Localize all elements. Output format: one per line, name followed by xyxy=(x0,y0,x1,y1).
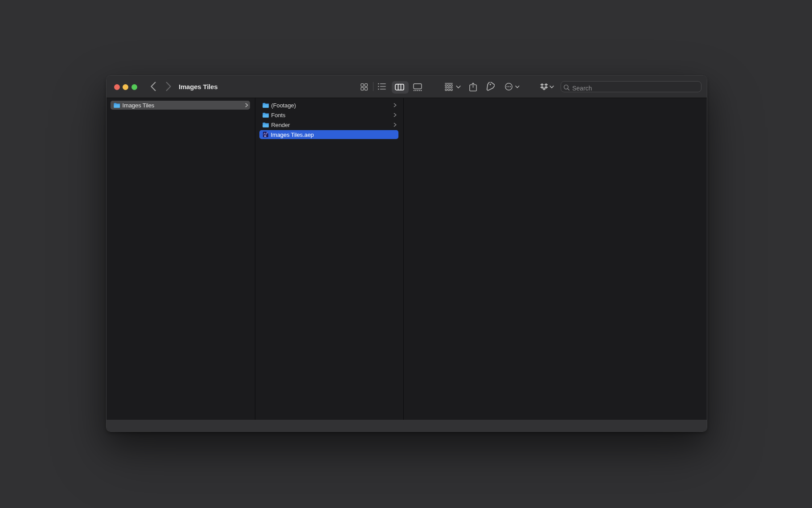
svg-text:Ae: Ae xyxy=(263,132,267,135)
